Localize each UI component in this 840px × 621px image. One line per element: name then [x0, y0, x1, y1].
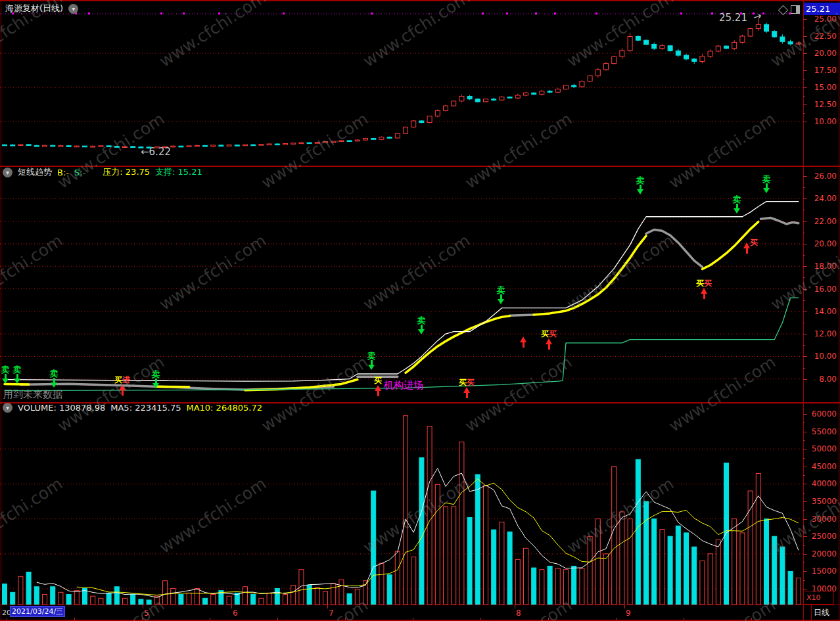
- period-label[interactable]: 日线: [814, 607, 829, 618]
- volume-bar: [347, 593, 352, 605]
- candle: [595, 70, 600, 76]
- volume-bar: [716, 540, 720, 605]
- volume-bar: [580, 568, 584, 605]
- volume-bar: [251, 595, 256, 605]
- candle: [612, 57, 617, 63]
- volume-bar: [459, 442, 464, 605]
- volume-bar: [780, 547, 785, 605]
- candle: [379, 137, 384, 140]
- volume-bar: [259, 598, 264, 605]
- candle: [580, 81, 584, 87]
- volume-axis-label: 10000: [812, 584, 837, 593]
- candle: [668, 46, 672, 51]
- volume-bar: [147, 600, 151, 605]
- candle: [99, 146, 103, 147]
- candle: [267, 144, 271, 145]
- stock-chart-window: 海源复材(日线) ▾ ▾ 短线趋势 B:- S:- 压力: 23.75 支撑: …: [0, 0, 840, 621]
- candle: [106, 146, 111, 147]
- volume-bar: [91, 596, 95, 605]
- candle: [515, 95, 520, 98]
- candle: [91, 146, 95, 147]
- limit-up-dot: [535, 12, 537, 14]
- candle: [564, 85, 569, 89]
- pressure-value: 压力: 23.75: [103, 166, 150, 178]
- candle: [796, 43, 801, 44]
- candle: [114, 147, 119, 148]
- indicator-plot[interactable]: [0, 167, 803, 402]
- last-price-box: 25.21: [804, 3, 840, 15]
- candle: [243, 145, 248, 146]
- candle: [532, 93, 536, 94]
- candle: [644, 40, 649, 44]
- volume-bar: [524, 548, 528, 605]
- candle: [339, 141, 344, 142]
- volume-bar: [3, 584, 7, 605]
- volume-bar: [555, 568, 560, 605]
- volume-bar: [315, 587, 319, 605]
- price-axis-label: 15.00: [814, 83, 837, 92]
- price-axis-label: 22.50: [814, 32, 837, 41]
- candle: [716, 46, 720, 51]
- candle: [772, 32, 777, 37]
- chevron-down-icon[interactable]: ▾: [68, 4, 78, 14]
- volume-bar: [283, 595, 288, 605]
- volume-bar: [588, 536, 592, 605]
- volume-bar: [740, 533, 745, 605]
- candle: [444, 106, 448, 110]
- volume-bar: [564, 570, 569, 605]
- volume-bar: [404, 416, 408, 605]
- candle: [756, 24, 760, 28]
- volume-bar: [26, 572, 31, 605]
- chevron-down-icon[interactable]: ▾: [3, 168, 12, 177]
- volume-bar: [139, 599, 143, 605]
- volume-bar: [796, 578, 801, 605]
- volume-bar: [211, 595, 216, 605]
- chevron-down-icon[interactable]: ▾: [3, 403, 12, 413]
- volume-plot[interactable]: [0, 403, 803, 605]
- candle: [219, 145, 223, 147]
- panel-layout-icon-fill: [796, 6, 799, 13]
- candle: [411, 121, 416, 127]
- candle: [419, 121, 424, 123]
- volume-bar: [291, 586, 296, 605]
- candlestick-plot[interactable]: [0, 0, 803, 164]
- volume-bar: [99, 598, 103, 605]
- candle: [299, 143, 304, 144]
- volume-bar: [371, 491, 376, 605]
- selected-date-box: 2021/03/24/三: [10, 606, 65, 617]
- volume-axis-label: 55000: [812, 427, 837, 436]
- limit-up-dot: [183, 12, 185, 14]
- candle: [387, 137, 392, 139]
- price-axis-label: 10.00: [814, 117, 837, 126]
- candle: [604, 64, 609, 70]
- volume-bar: [203, 598, 208, 605]
- indicator-axis-label: 14.00: [814, 307, 837, 316]
- candle: [788, 41, 793, 44]
- volume-bar: [628, 519, 632, 605]
- volume-bar: [307, 586, 312, 605]
- panel-layout-icon[interactable]: [791, 5, 800, 14]
- volume-bar: [572, 566, 576, 605]
- candle: [323, 142, 328, 143]
- volume-axis-label: 15000: [812, 566, 837, 576]
- candle: [283, 143, 288, 145]
- volume-bar: [11, 592, 15, 605]
- limit-up-dot: [711, 12, 713, 14]
- candle: [395, 133, 400, 138]
- limit-up-dot: [160, 12, 162, 14]
- volume-bar: [764, 519, 769, 605]
- candle: [548, 91, 552, 93]
- indicator-axis-label: 26.00: [814, 172, 837, 181]
- candle: [764, 24, 769, 31]
- candle: [58, 146, 63, 147]
- volume-bar: [515, 559, 520, 605]
- volume-bar: [419, 458, 424, 605]
- candle: [452, 101, 456, 106]
- month-label: 8: [516, 609, 521, 618]
- candle: [363, 138, 368, 140]
- candle: [700, 57, 705, 62]
- candle: [66, 146, 71, 147]
- price-axis-label: 25.00: [814, 14, 837, 24]
- limit-up-dot: [283, 12, 285, 14]
- candle: [684, 55, 689, 59]
